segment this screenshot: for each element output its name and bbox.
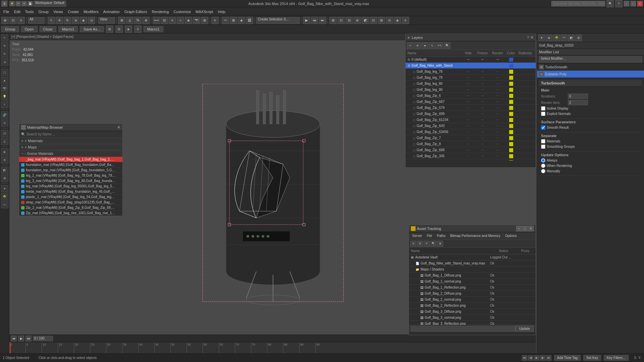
always-radio[interactable]	[541, 158, 545, 163]
lt-scale[interactable]: ⇲	[1, 58, 8, 66]
layer-child-color-0[interactable]	[505, 70, 517, 74]
cmd-group[interactable]: Group	[1, 26, 19, 32]
viewport-single-btn[interactable]: ⊡	[337, 17, 345, 24]
menu-maxscript[interactable]: MAXScript	[194, 9, 215, 14]
layer-child-color-14[interactable]	[505, 154, 517, 158]
asset-item-11[interactable]: 🖼 Golf_Bag_3_Reflection.png Ok	[409, 321, 536, 325]
align-btn[interactable]: ⊟	[161, 17, 168, 24]
create-selection-dropdown[interactable]: Create Selection S...	[256, 17, 300, 24]
filter-dropdown[interactable]: All	[28, 17, 45, 24]
mat-item-9[interactable]: Zip_2_mat (VRayMtl) [Golf_Bag_Zip_8,Golf…	[19, 205, 122, 210]
maximize-btn[interactable]: □	[631, 1, 636, 6]
pb-next-key[interactable]: ⏭	[546, 355, 551, 361]
props-utility-btn[interactable]: ⚙	[575, 35, 582, 41]
menu-rendering[interactable]: Rendering	[150, 9, 171, 14]
layer-child-7[interactable]: ◻ Golf_Bag_Zip_699 ─ ─ ─	[406, 111, 536, 117]
stats-btn[interactable]: ≡	[402, 17, 409, 24]
rotate-btn[interactable]: ↻	[64, 17, 71, 24]
props-modify-btn[interactable]: ⊛	[546, 35, 552, 41]
viewport-safe-btn[interactable]: ⊛	[354, 17, 361, 24]
mat-materials-header[interactable]: + + Materials	[19, 138, 122, 144]
menu-group[interactable]: Group	[36, 9, 51, 14]
key-filters-btn[interactable]: Key Filters...	[604, 355, 629, 361]
mat-item-10[interactable]: Zip_mat (VRayMtl) [Golf_bag_rive_1001,Go…	[19, 210, 122, 216]
smooth-result-check[interactable]	[541, 125, 545, 130]
layer-child-color-4[interactable]	[505, 94, 517, 98]
pb-play[interactable]: ▶	[534, 355, 539, 361]
lt-display[interactable]: ◩	[1, 167, 8, 174]
layers-help-btn[interactable]: ?	[527, 36, 529, 40]
layer-add-btn[interactable]: +	[407, 42, 414, 49]
layer-select-btn[interactable]: ↖	[429, 42, 436, 49]
align-camera-btn[interactable]: 📷	[193, 17, 200, 24]
cmd-open[interactable]: Open	[21, 26, 38, 32]
menu-customize[interactable]: Customize	[171, 9, 193, 14]
mat-item-0[interactable]: _bag_mat (VRayMtl) [Golf_Bag_bag_1,Golf_…	[19, 157, 122, 162]
asset-tb-btn5[interactable]: ⊛	[437, 241, 443, 247]
pb-prev-frame[interactable]: ◀	[528, 355, 533, 361]
redo-btn[interactable]: ↪	[21, 1, 27, 6]
mat-maps-header[interactable]: + + Maps	[19, 144, 122, 150]
lt-lights[interactable]: 💡	[1, 93, 8, 100]
layer-0-color[interactable]	[505, 58, 517, 62]
asset-item-10[interactable]: 🖼 Golf_Bag_3_normal.png Ok	[409, 315, 536, 321]
layer-child-3[interactable]: ◻ Golf_Bag_leg_90 ─ ─ ─	[406, 87, 536, 93]
layer-child-color-8[interactable]	[505, 118, 517, 122]
layer-item-default[interactable]: ⊙ 0 (default) ─ ─ ─	[406, 57, 536, 63]
mat-item-4[interactable]: leg_3_mat (VRayMtl) [Golf_Bag_leg_80,Gol…	[19, 178, 122, 184]
mat-item-3[interactable]: leg_2_mat (VRayMtl) [Golf_Bag_leg_78,Gol…	[19, 173, 122, 178]
props-motion-btn[interactable]: 〜	[560, 35, 567, 41]
materials-check[interactable]	[541, 139, 545, 143]
props-create-btn[interactable]: ✦	[538, 35, 545, 41]
ts-isoline-check[interactable]	[541, 106, 545, 111]
search-btn[interactable]: 🔍	[606, 0, 614, 7]
asset-item-4[interactable]: 🖼 Golf_Bag_1_normal.png Ok	[409, 279, 536, 285]
mirror-btn[interactable]: ⟺	[153, 17, 160, 24]
lt-select[interactable]: ↖	[1, 34, 8, 42]
layer-child-15[interactable]: ◻ Golf_Bag_Zip_45 ─ ─ ─	[406, 159, 536, 161]
tl-prev-btn[interactable]: ⏮	[11, 336, 17, 342]
layer-child-color-9[interactable]	[505, 124, 517, 128]
layer-child-color-2[interactable]	[505, 82, 517, 86]
angle-snap-btn[interactable]: ∠	[126, 17, 133, 24]
layer-child-color-15[interactable]	[505, 160, 517, 161]
lt-geometry[interactable]: ▲	[1, 77, 8, 84]
asset-tb-btn3[interactable]: ≡	[424, 241, 430, 247]
menu-create[interactable]: Create	[66, 9, 81, 14]
lt-rotate[interactable]: ↻	[1, 50, 8, 58]
viewport-quad-btn[interactable]: ⊟	[345, 17, 353, 24]
align-view-btn[interactable]: ⊞	[201, 17, 208, 24]
cmd-close[interactable]: Close	[40, 26, 56, 32]
layer-child-color-7[interactable]	[505, 112, 517, 116]
props-hierarchy-btn[interactable]: 🌳	[553, 35, 560, 41]
place-highlight-btn2[interactable]: ◈	[185, 17, 192, 24]
lt-tape[interactable]: ⊡	[1, 130, 8, 137]
mat-browser-close[interactable]: ✕	[117, 125, 120, 130]
asset-menu-server[interactable]: Server	[410, 234, 424, 238]
lt-hierarchy[interactable]: 🌳	[1, 193, 8, 200]
props-display-btn[interactable]: ◩	[568, 35, 575, 41]
material-editor-btn[interactable]: ◈	[238, 17, 245, 24]
mat-browser-header[interactable]: Material/Map Browser ✕	[19, 124, 122, 131]
asset-item-8[interactable]: 🖼 Golf_Bag_2_Reflection.png Ok	[409, 303, 536, 309]
asset-min-btn[interactable]: ─	[516, 226, 522, 231]
wire-btn[interactable]: ⊡	[370, 17, 377, 24]
layer-children[interactable]: ◻ Golf_Bag_leg_78 ─ ─ ─ ◻ Golf_Bag_leg_7…	[406, 69, 536, 161]
save-btn[interactable]: 💾	[28, 1, 33, 6]
reference-dropdown[interactable]: View	[98, 17, 115, 24]
lt-bind[interactable]: ⊙	[1, 119, 8, 127]
layer-child-color-11[interactable]	[505, 136, 517, 140]
layers-list[interactable]: ⊙ 0 (default) ─ ─ ─ ⊙ Golf_Bag_Nike_with…	[406, 57, 536, 161]
scale-btn[interactable]: ⇲	[72, 17, 79, 24]
layer-child-color-1[interactable]	[505, 76, 517, 80]
layer-golfbag-color[interactable]	[505, 64, 517, 68]
ts-render-iter-input[interactable]	[568, 100, 588, 105]
manually-radio[interactable]	[541, 169, 545, 173]
mat-search-bar[interactable]: 🔍 Search by Name ...	[19, 131, 122, 138]
set-key-btn[interactable]: Set Key	[583, 355, 601, 361]
layer-child-color-6[interactable]	[505, 106, 517, 110]
select-region-btn[interactable]: ⊡	[9, 17, 17, 24]
lt-camera[interactable]: 📷	[1, 85, 8, 92]
undo-btn[interactable]: ↩	[15, 1, 21, 6]
layer-child-2[interactable]: ◻ Golf_Bag_leg_80 ─ ─ ─	[406, 81, 536, 87]
